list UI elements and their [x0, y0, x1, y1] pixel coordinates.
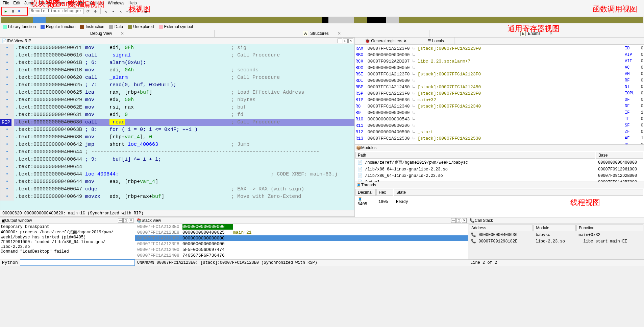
col-state[interactable]: State — [394, 189, 643, 196]
stack-row[interactable]: 00007FFC1A2123F00000000000000000 — [135, 235, 468, 241]
close-icon[interactable]: ✕ — [121, 31, 124, 36]
run-to-icon[interactable]: →| — [125, 8, 131, 14]
asm-line[interactable]: •.text:0000000000400644 — [0, 163, 354, 171]
callstack-row[interactable]: 📞 0000000000400636babyscmain+0x32 — [469, 232, 643, 238]
bp-icon[interactable]: ● — [135, 8, 142, 14]
modules-table[interactable]: PathBase 📄 /home/zeref/桌面/hgame2019/pwn/… — [355, 151, 644, 186]
asm-line[interactable]: •.text:0000000000400625 lea rax, [rbp+bu… — [0, 89, 354, 96]
step-over-icon[interactable]: ↷ — [110, 8, 116, 14]
register-row[interactable]: RBP 00007FFC1A212450 ↳ [stack]:00007FFC1… — [355, 84, 623, 90]
register-row[interactable]: R9 0000000000000000 ↳ — [355, 110, 623, 116]
maximize-icon[interactable]: □ — [456, 218, 461, 223]
minimize-icon[interactable]: — — [338, 39, 342, 43]
tab-enums[interactable]: EEnums✕ — [429, 30, 644, 37]
register-row[interactable]: R13 00007FFC1A212530 ↳ [stack]:00007FFC1… — [355, 135, 623, 142]
close-icon[interactable]: ✕ — [462, 218, 467, 223]
bp-list-icon[interactable]: ☰ — [143, 8, 149, 14]
tab-registers[interactable]: 🐞 General registers ✕ — [355, 38, 417, 44]
maximize-icon[interactable]: □ — [123, 218, 128, 223]
minimize-icon[interactable]: — — [118, 218, 123, 223]
stack-row[interactable]: 00007FFC1A2123E00000000000000000 — [135, 224, 468, 230]
navigation-band[interactable] — [1, 17, 643, 23]
register-row[interactable]: R10 0000000000000543 ↳ — [355, 116, 623, 122]
python-input[interactable] — [20, 259, 135, 266]
asm-line[interactable]: •.text:000000000040062E mov rsi, rax ; b… — [0, 104, 354, 111]
flag-row[interactable]: OF0 — [625, 97, 643, 103]
flag-row[interactable]: AF1 — [625, 135, 643, 142]
stack-body[interactable]: 00007FFC1A2123E0000000000000000000007FFC… — [135, 224, 468, 259]
thread-row[interactable]: 🧵 64051905Ready — [355, 196, 643, 207]
asm-line[interactable]: •.text:0000000000400616 call _signal ; C… — [0, 52, 354, 59]
register-row[interactable]: R8 00007FFC1A212340 ↳ [stack]:00007FFC1A… — [355, 103, 623, 110]
menu-help[interactable]: Help — [128, 1, 137, 5]
asm-line[interactable]: •.text:000000000040061B ; 6: alarm(0xAu)… — [0, 59, 354, 67]
flag-row[interactable]: IF1 — [625, 110, 643, 116]
register-row[interactable]: RAX 00007FFC1A2123F0 ↳ [stack]:00007FFC1… — [355, 45, 623, 52]
flag-row[interactable]: IOPL0 — [625, 90, 643, 97]
menu-view[interactable]: View — [55, 1, 64, 5]
asm-line[interactable]: •.text:0000000000400644 mov eax, [rbp+va… — [0, 178, 354, 186]
col-function[interactable]: Function — [576, 225, 643, 231]
col-hex[interactable]: Hex — [376, 189, 393, 196]
threads-table[interactable]: Decimal Hex State 🧵 64051905Ready — [355, 188, 644, 208]
menu-debugger[interactable]: Debugger — [68, 1, 86, 5]
asm-line[interactable]: •.text:0000000000400620 call _alarm ; Ca… — [0, 74, 354, 81]
register-row[interactable]: RSP 00007FFC1A2123F0 ↳ [stack]:00007FFC1… — [355, 90, 623, 97]
flag-row[interactable]: VIF0 — [625, 58, 643, 65]
register-row[interactable]: RBX 0000000000000000 ↳ — [355, 52, 623, 58]
minimize-icon[interactable]: — — [451, 218, 456, 223]
flag-row[interactable]: SF0 — [625, 122, 643, 129]
asm-line[interactable]: •.text:0000000000400631 mov edi, 0 ; fd — [0, 111, 354, 119]
register-row[interactable]: R12 0000000000400500 ↳ _start — [355, 129, 623, 135]
register-row[interactable]: RDX 0000000000000050 ↳ — [355, 65, 623, 71]
asm-line[interactable]: •.text:0000000000400611 mov edi, 0Eh ; s… — [0, 44, 354, 52]
asm-line[interactable]: •.text:0000000000400642 jmp short loc_40… — [0, 141, 354, 148]
debugger-select[interactable]: Remote Linux debugger — [29, 8, 83, 14]
tab-debug-view[interactable]: Debug View✕ — [0, 30, 215, 37]
output-body[interactable]: temporary breakpoint400000: process /hom… — [0, 224, 135, 259]
close-icon[interactable]: ✕ — [129, 218, 133, 223]
run-button[interactable]: ▶ — [3, 8, 9, 14]
col-decimal[interactable]: Decimal — [355, 189, 376, 196]
register-row[interactable]: RCX 00007F0912A2D207 ↳ libc_2.23.so:alar… — [355, 58, 623, 65]
flag-row[interactable]: ID0 — [625, 45, 643, 52]
flag-row[interactable]: VM0 — [625, 71, 643, 77]
flag-row[interactable]: TF0 — [625, 116, 643, 122]
col-module[interactable]: Module — [534, 225, 576, 231]
pause-button[interactable]: ⏸ — [9, 8, 16, 14]
module-row[interactable]: 📄 /lib/x86_64-linux-gnu/ld-2.23.so00007F… — [355, 173, 643, 179]
close-icon[interactable]: ✕ — [403, 39, 407, 43]
register-row[interactable]: RSI 00007FFC1A2123F0 ↳ [stack]:00007FFC1… — [355, 71, 623, 77]
stack-row[interactable]: 00007FFC1A2124087465675F6F736476 — [135, 253, 468, 258]
menu-options[interactable]: Options — [90, 1, 104, 5]
register-row[interactable]: RDI 0000000000000000 ↳ — [355, 77, 623, 84]
stack-row[interactable]: 00007FFC1A2123E80000000000400625 main+21 — [135, 230, 468, 235]
asm-line[interactable]: •.text:000000000040061B mov edi, 0Ah ; s… — [0, 67, 354, 74]
menu-edit[interactable]: Edit — [13, 1, 20, 5]
module-row[interactable]: 📄 /lib/x86_64-linux-gnu/libc-2.23.so0000… — [355, 166, 643, 172]
asm-line[interactable]: RIP.text:0000000000400636 call _read ; C… — [0, 119, 354, 126]
asm-line[interactable]: •.text:000000000040063B ; 8: for ( i = 0… — [0, 126, 354, 134]
stop-button[interactable]: ■ — [16, 8, 22, 14]
menu-windows[interactable]: Windows — [108, 1, 124, 5]
step-into-icon[interactable]: ↘ — [103, 8, 109, 14]
maximize-icon[interactable]: □ — [343, 39, 348, 43]
tab-structures[interactable]: AStructures✕ — [215, 30, 429, 37]
asm-line[interactable]: •.text:0000000000400629 mov edx, 50h ; n… — [0, 96, 354, 104]
flag-row[interactable]: VIP0 — [625, 52, 643, 58]
col-path[interactable]: Path — [355, 152, 595, 159]
stack-row[interactable]: 00007FFC1A2124005F5F00656D697474 — [135, 247, 468, 253]
col-base[interactable]: Base — [596, 152, 643, 159]
asm-line[interactable]: •.text:000000000040063B mov [rbp+var_4],… — [0, 134, 354, 141]
flag-row[interactable]: ZF0 — [625, 129, 643, 135]
asm-line[interactable]: •.text:0000000000400625 ; 7: read(0, buf… — [0, 81, 354, 89]
registers-list[interactable]: RAX 00007FFC1A2123F0 ↳ [stack]:00007FFC1… — [355, 45, 624, 144]
asm-line[interactable]: •.text:0000000000400644 ; 9: buf[i] ^= i… — [0, 156, 354, 163]
disasm-view[interactable]: •.text:0000000000400611 mov edi, 0Eh ; s… — [0, 44, 354, 210]
asm-line[interactable]: •.text:0000000000400644 ; --------------… — [0, 148, 354, 156]
flag-row[interactable]: AC0 — [625, 65, 643, 71]
callstack-row[interactable]: 📞 00007F091298182Elibc-2.23.so__libc_sta… — [469, 238, 643, 244]
menu-jump[interactable]: Jump — [24, 1, 34, 5]
close-icon[interactable]: ✕ — [348, 39, 353, 43]
close-icon[interactable]: ✕ — [338, 31, 341, 36]
